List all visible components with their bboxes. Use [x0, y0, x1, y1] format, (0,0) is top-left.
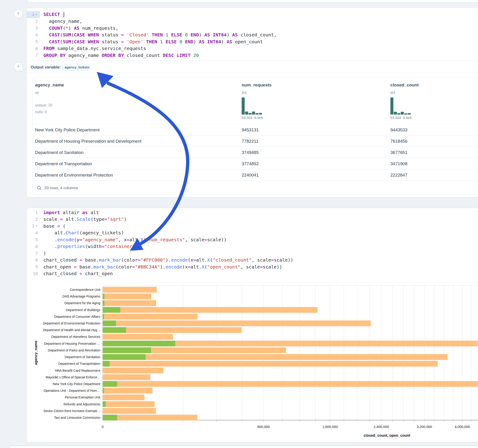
line-number: 6	[27, 45, 40, 52]
table-shape-label: 20 rows, 4 columns	[44, 181, 78, 195]
line-number: 8	[27, 257, 40, 264]
svg-text:Department of Consumer Affairs: Department of Consumer Affairs	[54, 315, 100, 318]
table-cell: 7618456	[390, 136, 408, 147]
code-line[interactable]: 1SELECT	[27, 11, 478, 18]
svg-text:New York City Police Departmen: New York City Police Department	[53, 382, 100, 386]
column-type: str	[35, 91, 39, 95]
code-line[interactable]: 6 .properties(width="container")	[27, 243, 478, 250]
search-icon[interactable]	[37, 186, 42, 191]
svg-text:Operations Unit - Department o: Operations Unit - Department of Hom…	[44, 389, 100, 392]
code-line[interactable]: 2 agency_name,	[27, 18, 478, 25]
svg-text:Department of Sanitation: Department of Sanitation	[65, 355, 100, 359]
svg-text:HRA Benefit Card Replacement: HRA Benefit Card Replacement	[55, 369, 100, 372]
table-row: Department of Housing Preservation and D…	[32, 135, 478, 147]
table-cell: 3471908	[390, 158, 408, 169]
table-cell: 7782211	[242, 136, 258, 147]
code-line[interactable]: 3 COUNT(*) AS num_requests,	[27, 25, 478, 31]
line-number: 3	[27, 25, 40, 31]
column-histogram	[390, 98, 412, 115]
svg-text:4,000,000: 4,000,000	[455, 425, 470, 429]
table-cell: Department of Transportation	[35, 158, 92, 169]
code-line[interactable]: 8chart_closed = base.mark_bar(color="#FF…	[27, 257, 478, 264]
chevron-down-icon[interactable]	[35, 13, 38, 15]
table-row: New York City Police Department945313194…	[32, 124, 478, 136]
table-cell: New York City Police Department	[35, 124, 100, 136]
svg-text:0: 0	[102, 425, 104, 429]
line-number: 5	[27, 236, 40, 243]
next-cell-edge	[9, 446, 478, 448]
notebook-canvas: + + 1SELECT 2 agency_name,3 COUNT(*) AS …	[0, 0, 478, 448]
code-line[interactable]: 5 .encode(y="agency_name", x=alt.X("num_…	[27, 236, 478, 243]
sql-editor[interactable]: 1SELECT 2 agency_name,3 COUNT(*) AS num_…	[27, 11, 478, 59]
svg-text:Mayorâ€ s Office of Special En: Mayorâ€ s Office of Special Enforce…	[46, 375, 100, 379]
code-line[interactable]: 1import altair as alt	[27, 209, 478, 216]
column-type: i64	[242, 91, 246, 95]
svg-text:Department of Housing Preserva: Department of Housing Preservation …	[44, 342, 100, 345]
column-header[interactable]: closed_count	[390, 82, 419, 87]
table-cell: 9453131	[242, 124, 259, 136]
code-line[interactable]: 10chart_closed + chart_open	[27, 270, 478, 277]
python-cell-card: 1import altair as alt2scale = alt.Scale(…	[26, 208, 478, 442]
table-row: Department of Sanitation37494853677651	[32, 147, 478, 158]
line-number: 9	[27, 263, 40, 270]
svg-text:closed_count, open_count: closed_count, open_count	[364, 434, 410, 437]
line-number: 2	[27, 216, 40, 223]
column-histogram	[242, 98, 263, 115]
line-number: 6	[27, 243, 40, 250]
table-cell: 2222847	[390, 169, 408, 181]
svg-text:3,200,000: 3,200,000	[417, 425, 432, 429]
table-cell: 2240041	[242, 169, 259, 181]
add-cell-button[interactable]: +	[14, 62, 23, 71]
svg-text:Personal Exemption Unit: Personal Exemption Unit	[65, 395, 100, 399]
cell-divider	[27, 72, 478, 73]
svg-text:1,600,000: 1,600,000	[322, 425, 338, 429]
svg-text:800,000: 800,000	[257, 425, 270, 429]
svg-text:Department of Buildings: Department of Buildings	[66, 308, 100, 312]
column-stat: nulls: 0	[35, 110, 47, 114]
add-cell-button[interactable]: +	[14, 9, 23, 18]
python-editor[interactable]: 1import altair as alt2scale = alt.Scale(…	[27, 209, 478, 277]
svg-text:Department of Parks and Recrea: Department of Parks and Recreation	[48, 348, 100, 352]
table-footer: 20 rows, 4 columns	[32, 180, 478, 195]
code-line[interactable]: 3base = (	[27, 223, 478, 230]
histogram-range: 53,3049.5e6	[242, 116, 263, 120]
table-cell: 3774892	[242, 158, 259, 169]
code-line[interactable]: 4 CAST(SUM(CASE WHEN status = 'Closed' T…	[27, 31, 478, 38]
svg-text:Refunds and Adjustments: Refunds and Adjustments	[63, 402, 100, 406]
line-number: 7	[27, 52, 40, 59]
svg-text:Department of Transportation: Department of Transportation	[58, 362, 100, 366]
line-number: 1	[27, 11, 40, 18]
previous-cell-edge	[27, 0, 478, 2]
svg-text:Department for the Aging: Department for the Aging	[64, 301, 100, 305]
line-number: 10	[27, 270, 40, 277]
line-number: 3	[27, 223, 40, 230]
table-cell: Department of Sanitation	[35, 147, 83, 158]
table-cell: Department of Housing Preservation and D…	[35, 136, 142, 147]
code-line[interactable]: 5 CAST(SUM(CASE WHEN status = 'Open' THE…	[27, 38, 478, 45]
text-cursor	[64, 12, 64, 17]
table-row: Department of Transportation377489234719…	[32, 158, 478, 169]
column-header[interactable]: agency_name	[35, 82, 64, 87]
result-table: agency_namestrunique: 20nulls: 0num_requ…	[32, 77, 478, 195]
chevron-down-icon[interactable]	[35, 225, 38, 227]
table-cell: 3677651	[390, 147, 408, 158]
line-number: 2	[27, 18, 40, 25]
cell-divider	[27, 61, 478, 61]
code-line[interactable]: 9chart_open = base.mark_bar(color="#8BC3…	[27, 263, 478, 270]
code-line[interactable]: 6FROM sample_data.nyc.service_requests	[27, 45, 478, 52]
output-variable-label: Output variable:	[31, 62, 61, 72]
code-line[interactable]: 4 alt.Chart(agency_tickets)	[27, 230, 478, 236]
table-cell: 9443533	[390, 124, 408, 136]
table-row: Department of Environmental Protection22…	[32, 169, 478, 181]
output-variable-input[interactable]: agency_tickets	[62, 64, 90, 70]
sql-cell-card: 1SELECT 2 agency_name,3 COUNT(*) AS num_…	[26, 8, 478, 198]
code-line[interactable]: 7GROUP BY agency_name ORDER BY closed_co…	[27, 52, 478, 59]
line-number: 4	[27, 31, 40, 38]
column-header[interactable]: num_requests	[242, 82, 272, 87]
table-cell: 3749485	[242, 147, 259, 158]
code-line[interactable]: 7)	[27, 250, 478, 257]
svg-text:Taxi and Limousine Commission: Taxi and Limousine Commission	[54, 416, 100, 419]
line-number: 1	[27, 209, 40, 216]
line-number: 5	[27, 38, 40, 45]
code-line[interactable]: 2scale = alt.Scale(type="sqrt")	[27, 216, 478, 223]
